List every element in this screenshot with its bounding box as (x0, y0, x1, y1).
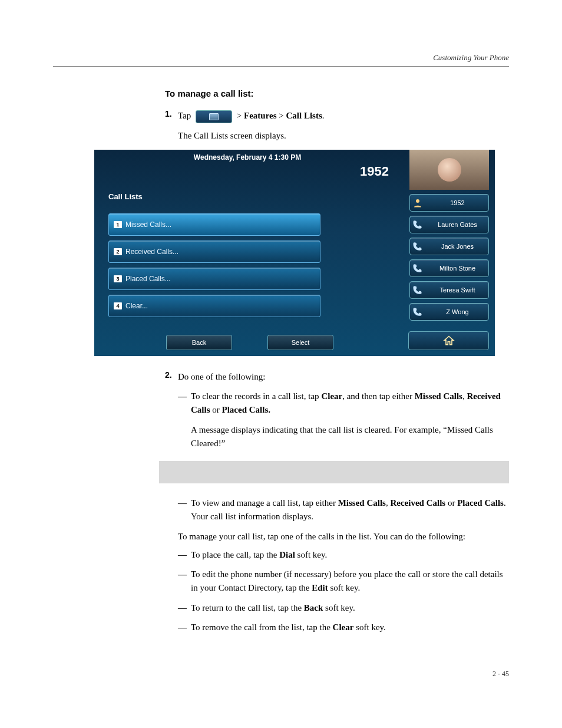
text: soft key. (328, 583, 360, 592)
manage-intro: To manage your call list, tap one of the… (178, 530, 509, 543)
page-header: Customizing Your Phone (53, 53, 509, 62)
extension-pill[interactable]: 1952 (409, 194, 489, 212)
list-item-placed-calls[interactable]: 3 Placed Calls... (108, 268, 320, 290)
step-1-period: . (322, 111, 325, 120)
dash-icon: — (178, 496, 191, 524)
row-number: 2 (114, 248, 122, 255)
menu-icon[interactable] (196, 110, 232, 123)
text: To return to the call list, tap the (191, 603, 304, 612)
bold: Placed Calls (457, 498, 504, 508)
phone-screenshot: Wednesday, February 4 1:30 PM 1952 Call … (94, 150, 495, 356)
phone-icon (412, 307, 423, 317)
bold: Missed Calls (415, 391, 462, 401)
bold: Received Calls (390, 498, 445, 508)
phone-icon (412, 219, 423, 230)
dash-icon: — (178, 621, 191, 634)
step-1-post-prefix: > (237, 111, 242, 120)
shot-datetime: Wednesday, February 4 1:30 PM (94, 153, 401, 162)
step-1-sub: The Call Lists screen displays. (178, 129, 509, 143)
sub-item-dial: To place the call, tap the Dial soft key… (191, 548, 327, 562)
text: soft key. (353, 622, 385, 632)
list-item-received-calls[interactable]: 2 Received Calls... (108, 241, 320, 263)
sub-item-clear: To clear the records in a call list, tap… (191, 390, 509, 417)
home-button[interactable] (408, 331, 489, 350)
softkey-back[interactable]: Back (166, 335, 232, 350)
row-label: Placed Calls... (125, 275, 171, 283)
header-rule (53, 66, 509, 67)
step-1-pre: Tap (178, 111, 191, 120)
step-2-text: Do one of the following: (178, 370, 265, 384)
shot-title: Call Lists (108, 192, 143, 201)
text: soft key. (295, 550, 327, 559)
step-1-calllists: Call Lists (286, 111, 322, 120)
text: To place the call, tap the (191, 550, 279, 559)
softkey-select[interactable]: Select (267, 335, 333, 350)
text: , and then tap either (342, 391, 414, 401)
sub-item-edit: To edit the phone number (if necessary) … (191, 568, 509, 595)
phone-icon (412, 285, 423, 295)
step-1-text: Tap > Features > Call Lists. (178, 109, 325, 123)
note-placeholder (159, 461, 509, 483)
contact-pill[interactable]: Jack Jones (409, 238, 489, 255)
clear-message: A message displays indicating that the c… (191, 423, 509, 451)
contact-pill[interactable]: Milton Stone (409, 259, 489, 277)
shot-extension: 1952 (94, 164, 401, 179)
contact-pill[interactable]: Z Wong (409, 303, 489, 321)
bold: Edit (312, 583, 328, 592)
list-item-clear[interactable]: 4 Clear... (108, 295, 320, 317)
bold: Missed Calls (338, 498, 386, 508)
row-label: Missed Calls... (125, 220, 171, 229)
home-icon (443, 335, 455, 347)
text: To remove the call from the list, tap th… (191, 622, 333, 632)
contact-pill-label: Z Wong (427, 308, 488, 315)
sub-item-remove: To remove the call from the list, tap th… (191, 621, 386, 634)
svg-point-0 (416, 199, 419, 203)
bold: Dial (279, 550, 295, 559)
contact-pill-label: Jack Jones (427, 243, 488, 250)
row-label: Received Calls... (125, 248, 178, 256)
dash-icon: — (178, 390, 191, 417)
text: or (210, 405, 222, 414)
bold: Placed Calls. (222, 405, 271, 414)
contact-pill-label: Teresa Swift (427, 286, 488, 294)
contact-pill-label: Milton Stone (427, 265, 488, 272)
page-number: 2 - 45 (53, 670, 509, 678)
avatar (409, 150, 489, 190)
dash-icon: — (178, 548, 191, 562)
contact-pill-label: Lauren Gates (427, 221, 488, 228)
step-1-gt: > (277, 111, 286, 120)
step-1-number: 1. (165, 109, 178, 123)
step-2-number: 2. (165, 370, 178, 384)
row-number: 1 (114, 221, 122, 228)
person-icon (412, 197, 423, 208)
text: To clear the records in a call list, tap (191, 391, 321, 401)
text: To view and manage a call list, tap eith… (191, 498, 338, 508)
sub-item-back: To return to the call list, tap the Back… (191, 601, 355, 615)
text: or (445, 498, 457, 508)
phone-icon (412, 241, 423, 252)
dash-icon: — (178, 601, 191, 615)
dash-icon: — (178, 568, 191, 595)
section-title: To manage a call list: (165, 88, 509, 98)
step-1-features: Features (244, 111, 277, 120)
row-number: 3 (114, 275, 122, 282)
bold: Back (304, 603, 323, 612)
extension-pill-label: 1952 (427, 199, 488, 206)
bold: Clear (321, 391, 342, 401)
sub-item-view: To view and manage a call list, tap eith… (191, 496, 509, 524)
list-item-missed-calls[interactable]: 1 Missed Calls... (108, 213, 320, 236)
row-label: Clear... (125, 302, 148, 310)
contact-pill[interactable]: Lauren Gates (409, 216, 489, 233)
contact-pill[interactable]: Teresa Swift (409, 281, 489, 299)
bold: Clear (333, 622, 354, 632)
text: soft key. (323, 603, 355, 612)
row-number: 4 (114, 302, 122, 309)
phone-icon (412, 263, 423, 274)
